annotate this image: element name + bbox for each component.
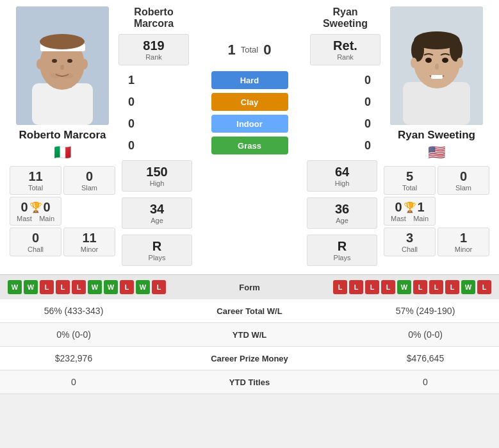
left-stats-grid: 11 Total 0 Slam	[6, 166, 119, 195]
top-section: Roberto Marcora 🇮🇹 11 Total 0 Slam 0 🏆	[0, 0, 499, 274]
svg-point-5	[40, 34, 85, 49]
total-score-area: 1 Total 0	[228, 42, 272, 58]
grass-left-score: 0	[122, 139, 141, 153]
form-badge-w: W	[8, 280, 22, 294]
right-stats-row3: 3 Chall 1 Minor	[380, 228, 493, 256]
svg-rect-26	[431, 75, 443, 79]
form-badge-w: W	[461, 280, 475, 294]
stat-right-0: 57% (249-190)	[352, 299, 499, 322]
right-age-box: 36 Age	[307, 197, 377, 229]
svg-point-25	[435, 63, 439, 70]
stat-left-3: 0	[0, 370, 147, 394]
main-container: Roberto Marcora 🇮🇹 11 Total 0 Slam 0 🏆	[0, 0, 499, 394]
left-stat-total: 11 Total	[10, 166, 61, 195]
bottom-stats: 56% (433-343) Career Total W/L 57% (249-…	[0, 299, 499, 394]
center-right-name: Ryan Sweeting	[323, 6, 368, 29]
form-badge-l: L	[349, 280, 363, 294]
form-badge-w: W	[397, 280, 411, 294]
left-trophy-icon: 🏆	[29, 201, 42, 213]
clay-right-score: 0	[358, 95, 377, 109]
svg-point-21	[411, 58, 417, 68]
left-form-badges: WWLLLWWLWL	[8, 280, 166, 294]
grass-btn: Grass	[211, 137, 288, 154]
stat-left-1: 0% (0-0)	[0, 323, 147, 346]
right-player-name: Ryan Sweeting	[398, 129, 475, 142]
left-stats-row3: 0 Chall 11 Minor	[6, 228, 119, 256]
stat-center-label-2: Career Prize Money	[147, 347, 352, 370]
svg-point-10	[81, 59, 88, 69]
total-label: Total	[241, 45, 258, 54]
stat-right-3: 0	[352, 370, 499, 394]
left-stat-chall: 0 Chall	[10, 228, 61, 256]
right-trophy-icon: 🏆	[404, 201, 416, 213]
center-left-name: Roberto Marcora	[134, 6, 174, 29]
svg-point-11	[51, 73, 61, 78]
left-player-col: Roberto Marcora 🇮🇹 11 Total 0 Slam 0 🏆	[6, 6, 119, 268]
form-badge-l: L	[72, 280, 86, 294]
right-rank-box: Ret. Rank	[310, 34, 380, 65]
form-badge-w: W	[104, 280, 118, 294]
surface-grass-row: 0 Grass 0	[122, 137, 377, 154]
stat-center-label-1: YTD W/L	[147, 324, 352, 346]
form-section: WWLLLWWLWL Form LLLLWLLLWL	[0, 274, 499, 299]
clay-btn: Clay	[211, 93, 288, 111]
form-badge-l: L	[445, 280, 459, 294]
right-stat-total: 5 Total	[384, 166, 436, 195]
right-secondary-stats: 64 High 36 Age R Plays	[307, 158, 377, 268]
stat-right-2: $476,645	[352, 347, 499, 370]
svg-point-20	[418, 35, 456, 48]
svg-rect-14	[403, 82, 470, 125]
svg-point-22	[457, 58, 463, 68]
right-stat-mast: 0 🏆 1 Mast Main	[384, 197, 436, 226]
stat-right-1: 0% (0-0)	[352, 323, 499, 346]
left-rank-box: 819 Rank	[119, 34, 189, 65]
stat-center-label-0: Career Total W/L	[147, 300, 352, 322]
surface-indoor-row: 0 Indoor 0	[122, 115, 377, 133]
hard-right-score: 0	[358, 74, 377, 87]
right-player-flag: 🇺🇸	[428, 144, 445, 161]
svg-point-7	[67, 59, 72, 63]
form-badge-l: L	[429, 280, 443, 294]
form-badge-w: W	[24, 280, 38, 294]
form-badge-l: L	[40, 280, 54, 294]
hard-btn: Hard	[211, 71, 288, 89]
left-stat-mast: 0 🏆 0 Mast Main	[10, 197, 61, 226]
form-badge-l: L	[477, 280, 491, 294]
right-high-box: 64 High	[307, 160, 377, 192]
svg-point-9	[37, 59, 43, 69]
surface-clay-row: 0 Clay 0	[122, 93, 377, 111]
center-col: Roberto Marcora Ryan Sweeting 819 Rank 1	[119, 6, 380, 268]
right-plays-box: R Plays	[307, 235, 377, 266]
clay-left-score: 0	[122, 95, 141, 109]
left-total-score: 1	[228, 42, 236, 58]
svg-point-12	[63, 73, 74, 78]
left-age-box: 34 Age	[122, 197, 192, 229]
surface-hard-row: 1 Hard 0	[122, 71, 377, 89]
form-badge-l: L	[381, 280, 395, 294]
right-total-score: 0	[263, 42, 271, 58]
right-stats-grid: 5 Total 0 Slam	[380, 166, 493, 195]
form-badge-l: L	[120, 280, 134, 294]
grass-right-score: 0	[358, 139, 377, 153]
form-badge-l: L	[152, 280, 166, 294]
indoor-left-score: 0	[122, 117, 141, 131]
stat-row-1: 0% (0-0) YTD W/L 0% (0-0)	[0, 323, 499, 347]
surfaces-section: 1 Hard 0 0 Clay 0 0 Indoor 0	[119, 71, 380, 154]
left-stat-minor: 11 Minor	[63, 228, 115, 256]
left-stats-row2: 0 🏆 0 Mast Main	[6, 197, 119, 226]
left-plays-box: R Plays	[122, 235, 192, 266]
svg-point-6	[52, 59, 57, 63]
left-high-box: 150 High	[122, 160, 192, 192]
right-player-photo	[390, 6, 483, 125]
left-player-name: Roberto Marcora	[19, 129, 106, 142]
stat-row-0: 56% (433-343) Career Total W/L 57% (249-…	[0, 299, 499, 323]
right-stat-chall: 3 Chall	[384, 228, 436, 256]
svg-point-8	[60, 65, 64, 70]
right-stat-minor: 1 Minor	[438, 228, 489, 256]
indoor-btn: Indoor	[211, 115, 288, 133]
left-secondary-stats: 150 High 34 Age R Plays	[122, 158, 192, 268]
form-badge-l: L	[333, 280, 347, 294]
center-bottom-stats: 150 High 34 Age R Plays 64	[119, 158, 380, 268]
left-player-flag: 🇮🇹	[54, 144, 71, 161]
right-stat-slam: 0 Slam	[438, 166, 489, 195]
